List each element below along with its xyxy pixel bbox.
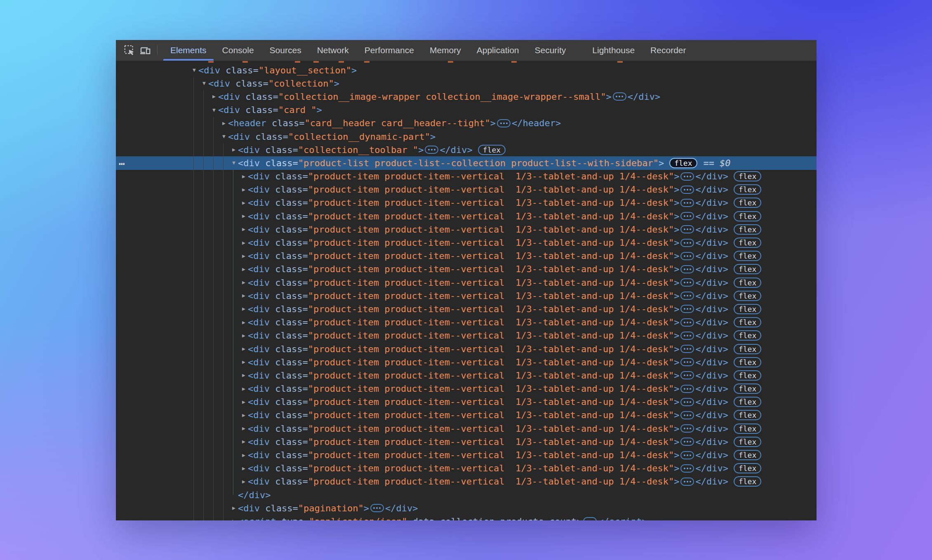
flex-badge[interactable]: flex xyxy=(734,410,761,420)
expand-ellipsis-icon[interactable] xyxy=(680,292,694,300)
tree-row-product-item[interactable]: ▶<div class="product-item product-item--… xyxy=(116,236,817,249)
expand-arrow-icon[interactable]: ▶ xyxy=(220,120,228,126)
tree-row-product-item[interactable]: ▶<div class="product-item product-item--… xyxy=(116,289,817,302)
tree-row-product-item[interactable]: ▶<div class="product-item product-item--… xyxy=(116,249,817,263)
tree-row-product-item[interactable]: ▶<div class="product-item product-item--… xyxy=(116,448,817,461)
tree-row-product-item[interactable]: ▶<div class="product-item product-item--… xyxy=(116,342,817,355)
tree-row-product-item[interactable]: ▶<div class="product-item product-item--… xyxy=(116,263,817,276)
flex-badge[interactable]: flex xyxy=(734,304,761,314)
tree-row-product-item[interactable]: ▶<div class="product-item product-item--… xyxy=(116,409,817,422)
expand-arrow-icon[interactable]: ▶ xyxy=(240,279,247,285)
expand-ellipsis-icon[interactable] xyxy=(370,504,384,512)
tree-row-product-list[interactable]: …▼<div class="product-list product-list-… xyxy=(116,156,817,169)
flex-badge[interactable]: flex xyxy=(734,344,761,354)
expand-arrow-icon[interactable]: ▶ xyxy=(240,173,247,179)
flex-badge[interactable]: flex xyxy=(734,278,761,288)
expand-ellipsis-icon[interactable] xyxy=(680,186,694,194)
expand-ellipsis-icon[interactable] xyxy=(680,225,694,233)
flex-badge[interactable]: flex xyxy=(734,384,761,394)
expand-ellipsis-icon[interactable] xyxy=(583,517,597,520)
tree-row-product-item[interactable]: ▶<div class="product-item product-item--… xyxy=(116,316,817,329)
expand-arrow-icon[interactable]: ▶ xyxy=(240,266,247,272)
tab-sources[interactable]: Sources xyxy=(262,40,309,61)
expand-ellipsis-icon[interactable] xyxy=(425,146,438,154)
tree-row-product-item[interactable]: ▶<div class="product-item product-item--… xyxy=(116,329,817,342)
expand-ellipsis-icon[interactable] xyxy=(680,371,694,379)
tree-row-product-item[interactable]: ▶<div class="product-item product-item--… xyxy=(116,369,817,382)
expand-arrow-icon[interactable]: ▶ xyxy=(240,332,247,339)
expand-ellipsis-icon[interactable] xyxy=(680,212,694,220)
expand-ellipsis-icon[interactable] xyxy=(680,239,694,247)
flex-badge[interactable]: flex xyxy=(734,463,761,473)
expand-arrow-icon[interactable]: ▶ xyxy=(240,346,247,352)
tab-application[interactable]: Application xyxy=(469,40,527,61)
expand-arrow-icon[interactable]: ▶ xyxy=(240,200,247,206)
device-toolbar-icon[interactable] xyxy=(137,40,153,61)
expand-arrow-icon[interactable]: ▶ xyxy=(240,319,247,325)
expand-arrow-icon[interactable]: ▶ xyxy=(240,412,247,418)
expand-arrow-icon[interactable]: ▶ xyxy=(240,372,247,379)
tab-performance[interactable]: Performance xyxy=(357,40,422,61)
collapse-arrow-icon[interactable]: ▼ xyxy=(230,160,238,166)
expand-ellipsis-icon[interactable] xyxy=(680,172,694,181)
tree-row-product-item[interactable]: ▶<div class="product-item product-item--… xyxy=(116,422,817,435)
tree-row-product-item[interactable]: ▶<div class="product-item product-item--… xyxy=(116,196,817,209)
expand-ellipsis-icon[interactable] xyxy=(680,385,694,393)
expand-ellipsis-icon[interactable] xyxy=(680,398,694,406)
expand-ellipsis-icon[interactable] xyxy=(680,451,694,459)
flex-badge[interactable]: flex xyxy=(734,317,761,327)
tab-elements[interactable]: Elements xyxy=(162,40,214,61)
tree-row-product-item[interactable]: ▶<div class="product-item product-item--… xyxy=(116,382,817,395)
expand-ellipsis-icon[interactable] xyxy=(680,345,694,353)
expand-ellipsis-icon[interactable] xyxy=(680,265,694,273)
flex-badge[interactable]: flex xyxy=(734,198,761,208)
expand-ellipsis-icon[interactable] xyxy=(680,424,694,433)
expand-arrow-icon[interactable]: ▶ xyxy=(240,253,247,259)
flex-badge[interactable]: flex xyxy=(734,330,761,341)
expand-ellipsis-icon[interactable] xyxy=(680,478,694,486)
flex-badge[interactable]: flex xyxy=(734,424,761,434)
expand-arrow-icon[interactable]: ▶ xyxy=(210,94,218,100)
tree-row-product-item[interactable]: ▶<div class="product-item product-item--… xyxy=(116,170,817,183)
expand-arrow-icon[interactable]: ▶ xyxy=(240,386,247,392)
tab-security[interactable]: Security xyxy=(527,40,574,61)
tree-row-collection[interactable]: ▼<div class="collection"> xyxy=(116,77,817,90)
flex-badge[interactable]: flex xyxy=(734,397,761,407)
inspect-icon[interactable] xyxy=(122,40,137,61)
expand-ellipsis-icon[interactable] xyxy=(680,278,694,287)
tab-lighthouse[interactable]: Lighthouse xyxy=(584,40,643,61)
tree-row-product-item[interactable]: ▶<div class="product-item product-item--… xyxy=(116,462,817,475)
tree-row-card[interactable]: ▼<div class="card "> xyxy=(116,104,817,117)
flex-badge[interactable]: flex xyxy=(669,158,697,168)
tree-row-layout-section[interactable]: ▼<div class="layout__section"> xyxy=(116,64,817,77)
expand-ellipsis-icon[interactable] xyxy=(497,119,511,127)
expand-arrow-icon[interactable]: ▶ xyxy=(240,425,247,431)
expand-arrow-icon[interactable]: ▶ xyxy=(240,306,247,312)
expand-ellipsis-icon[interactable] xyxy=(680,411,694,419)
expand-arrow-icon[interactable]: ▶ xyxy=(240,465,247,471)
expand-ellipsis-icon[interactable] xyxy=(680,318,694,327)
tree-row-collection-dynamic-part[interactable]: ▼<div class="collection__dynamic-part"> xyxy=(116,130,817,143)
tab-recorder[interactable]: Recorder xyxy=(643,40,694,61)
collapse-arrow-icon[interactable]: ▼ xyxy=(210,107,218,113)
flex-badge[interactable]: flex xyxy=(734,476,761,487)
collapse-arrow-icon[interactable]: ▼ xyxy=(200,80,208,86)
collapse-arrow-icon[interactable]: ▼ xyxy=(191,67,198,73)
expand-arrow-icon[interactable]: ▶ xyxy=(240,292,247,299)
expand-arrow-icon[interactable]: ▶ xyxy=(240,240,247,246)
flex-badge[interactable]: flex xyxy=(734,291,761,301)
tree-row-product-item[interactable]: ▶<div class="product-item product-item--… xyxy=(116,209,817,223)
tree-row-pagination[interactable]: ▶<div class="pagination"></div> xyxy=(116,501,817,515)
expand-arrow-icon[interactable]: ▶ xyxy=(240,399,247,405)
expand-ellipsis-icon[interactable] xyxy=(680,438,694,446)
flex-badge[interactable]: flex xyxy=(734,437,761,447)
tree-row-product-item[interactable]: ▶<div class="product-item product-item--… xyxy=(116,302,817,315)
expand-arrow-icon[interactable]: ▶ xyxy=(240,452,247,458)
tree-row-product-item[interactable]: ▶<div class="product-item product-item--… xyxy=(116,475,817,488)
flex-badge[interactable]: flex xyxy=(734,238,761,248)
tree-row-collection-image-wrapper[interactable]: ▶<div class="collection__image-wrapper c… xyxy=(116,90,817,103)
expand-arrow-icon[interactable]: ▶ xyxy=(230,505,238,511)
flex-badge[interactable]: flex xyxy=(734,211,761,221)
expand-ellipsis-icon[interactable] xyxy=(680,252,694,260)
tab-console[interactable]: Console xyxy=(214,40,262,61)
